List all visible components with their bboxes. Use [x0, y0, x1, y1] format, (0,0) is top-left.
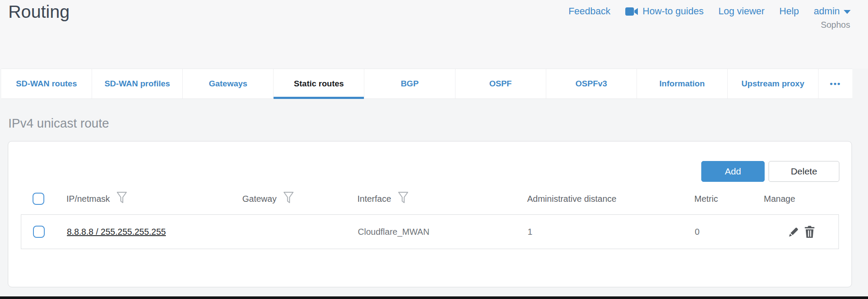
trash-icon[interactable] [805, 226, 815, 238]
tab-information[interactable]: Information [637, 69, 728, 99]
column-header-ip-netmask: IP/netmask [66, 192, 127, 206]
top-nav: Feedback How-to guides Log viewer Help a… [568, 6, 851, 17]
tab-ospfv3[interactable]: OSPFv3 [546, 69, 637, 99]
pencil-icon[interactable] [787, 226, 800, 238]
column-header-manage: Manage [764, 192, 795, 206]
funnel-icon[interactable] [283, 191, 294, 206]
tab-overflow-ellipsis-icon[interactable]: ••• [818, 69, 852, 99]
routing-tabbar: SD-WAN routes SD-WAN profiles Gateways S… [1, 69, 852, 99]
tab-sdwan-routes[interactable]: SD-WAN routes [1, 69, 92, 99]
funnel-icon[interactable] [398, 191, 409, 206]
tab-static-routes[interactable]: Static routes [274, 69, 364, 99]
delete-button[interactable]: Delete [769, 161, 839, 182]
table-row: 8.8.8.8 / 255.255.255.255 Cloudflare_MWA… [21, 214, 839, 249]
tab-bgp[interactable]: BGP [364, 69, 455, 99]
column-header-interface: Interface [357, 192, 409, 206]
column-header-gateway: Gateway [242, 192, 294, 206]
how-to-guides-link[interactable]: How-to guides [625, 6, 704, 17]
cell-interface: Cloudflare_MWAN [358, 215, 429, 249]
tab-gateways[interactable]: Gateways [183, 69, 274, 99]
column-header-metric: Metric [694, 192, 718, 206]
section-heading: IPv4 unicast route [8, 116, 109, 131]
tab-upstream-proxy[interactable]: Upstream proxy [728, 69, 818, 99]
funnel-icon[interactable] [116, 191, 127, 206]
select-all-checkbox[interactable] [33, 193, 44, 205]
page-header: Routing Feedback How-to guides Log viewe… [0, 0, 868, 69]
add-button[interactable]: Add [701, 161, 765, 182]
column-header-administrative-distance: Administrative distance [527, 192, 617, 206]
org-label: Sophos [821, 20, 850, 30]
cell-metric: 0 [695, 215, 700, 249]
window-bottom-edge [0, 296, 868, 299]
cell-administrative-distance: 1 [528, 215, 532, 249]
help-link[interactable]: Help [779, 6, 799, 17]
admin-menu[interactable]: admin [814, 6, 851, 17]
cell-manage [787, 215, 815, 249]
log-viewer-link[interactable]: Log viewer [718, 6, 764, 17]
route-link[interactable]: 8.8.8.8 / 255.255.255.255 [67, 227, 166, 237]
tab-sdwan-profiles[interactable]: SD-WAN profiles [92, 69, 183, 99]
page-title: Routing [8, 2, 69, 22]
cell-ip-netmask: 8.8.8.8 / 255.255.255.255 [67, 215, 166, 249]
row-checkbox[interactable] [33, 226, 45, 238]
feedback-link[interactable]: Feedback [568, 6, 611, 17]
tab-ospf[interactable]: OSPF [455, 69, 546, 99]
static-routes-panel: Add Delete IP/netmask Gateway Interface … [8, 141, 852, 287]
chevron-down-icon [844, 10, 851, 14]
video-camera-icon [625, 7, 638, 16]
